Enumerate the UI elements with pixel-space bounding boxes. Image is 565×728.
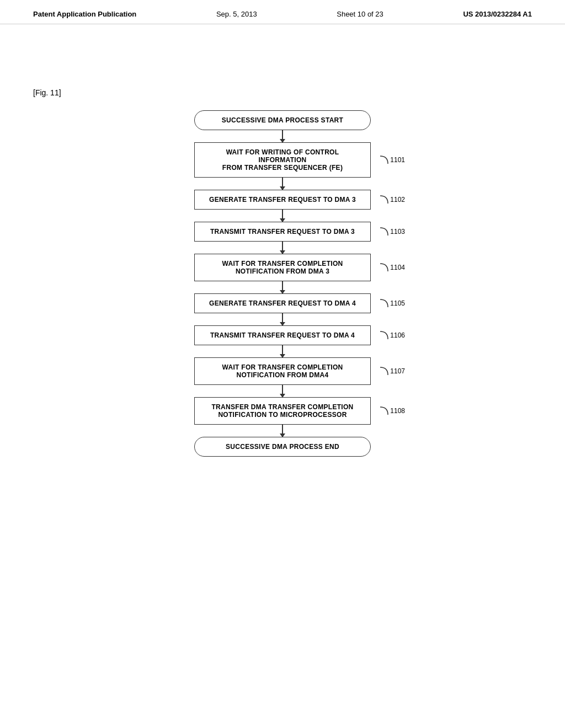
label-1105: 1105 — [379, 298, 405, 308]
step-1102-row: GENERATE TRANSFER REQUEST TO DMA 3 1102 — [145, 190, 420, 210]
arrow-1 — [282, 178, 283, 190]
step-1105-row: GENERATE TRANSFER REQUEST TO DMA 4 1105 — [145, 293, 420, 313]
publication-label: Patent Application Publication — [33, 10, 136, 18]
label-1104: 1104 — [379, 263, 405, 272]
arrow-7 — [282, 385, 283, 397]
step-1103-box: TRANSMIT TRANSFER REQUEST TO DMA 3 — [194, 222, 371, 242]
start-row: SUCCESSIVE DMA PROCESS START — [145, 110, 420, 130]
label-1102: 1102 — [379, 195, 405, 205]
arrow-8 — [282, 425, 283, 437]
page-header: Patent Application Publication Sep. 5, 2… — [0, 0, 565, 24]
label-1107: 1107 — [379, 366, 405, 376]
label-1106: 1106 — [379, 330, 405, 340]
step-1101-box: WAIT FOR WRITING OF CONTROL INFORMATION … — [194, 142, 371, 178]
start-box: SUCCESSIVE DMA PROCESS START — [194, 110, 371, 130]
end-row: SUCCESSIVE DMA PROCESS END — [145, 437, 420, 457]
arrow-4 — [282, 281, 283, 293]
step-1107-box: WAIT FOR TRANSFER COMPLETION NOTIFICATIO… — [194, 357, 371, 385]
step-1106-box: TRANSMIT TRANSFER REQUEST TO DMA 4 — [194, 325, 371, 345]
sheet-label: Sheet 10 of 23 — [337, 10, 383, 18]
end-box: SUCCESSIVE DMA PROCESS END — [194, 437, 371, 457]
step-1106-row: TRANSMIT TRANSFER REQUEST TO DMA 4 1106 — [145, 325, 420, 345]
step-1103-row: TRANSMIT TRANSFER REQUEST TO DMA 3 1103 — [145, 222, 420, 242]
flowchart: SUCCESSIVE DMA PROCESS START WAIT FOR WR… — [145, 110, 420, 457]
step-1105-box: GENERATE TRANSFER REQUEST TO DMA 4 — [194, 293, 371, 313]
label-1103: 1103 — [379, 227, 405, 237]
step-1101-row: WAIT FOR WRITING OF CONTROL INFORMATION … — [145, 142, 420, 178]
step-1102-box: GENERATE TRANSFER REQUEST TO DMA 3 — [194, 190, 371, 210]
arrow-3 — [282, 242, 283, 254]
step-1104-row: WAIT FOR TRANSFER COMPLETION NOTIFICATIO… — [145, 254, 420, 281]
patent-number-label: US 2013/0232284 A1 — [463, 10, 532, 18]
arrow-5 — [282, 313, 283, 325]
step-1107-row: WAIT FOR TRANSFER COMPLETION NOTIFICATIO… — [145, 357, 420, 385]
arrow-6 — [282, 345, 283, 357]
label-1101: 1101 — [379, 155, 405, 165]
step-1104-box: WAIT FOR TRANSFER COMPLETION NOTIFICATIO… — [194, 254, 371, 281]
arrow-0 — [282, 130, 283, 142]
step-1108-box: TRANSFER DMA TRANSFER COMPLETION NOTIFIC… — [194, 397, 371, 425]
label-1108: 1108 — [379, 406, 405, 416]
figure-label: [Fig. 11] — [33, 88, 61, 97]
step-1108-row: TRANSFER DMA TRANSFER COMPLETION NOTIFIC… — [145, 397, 420, 425]
arrow-2 — [282, 210, 283, 222]
date-label: Sep. 5, 2013 — [216, 10, 257, 18]
